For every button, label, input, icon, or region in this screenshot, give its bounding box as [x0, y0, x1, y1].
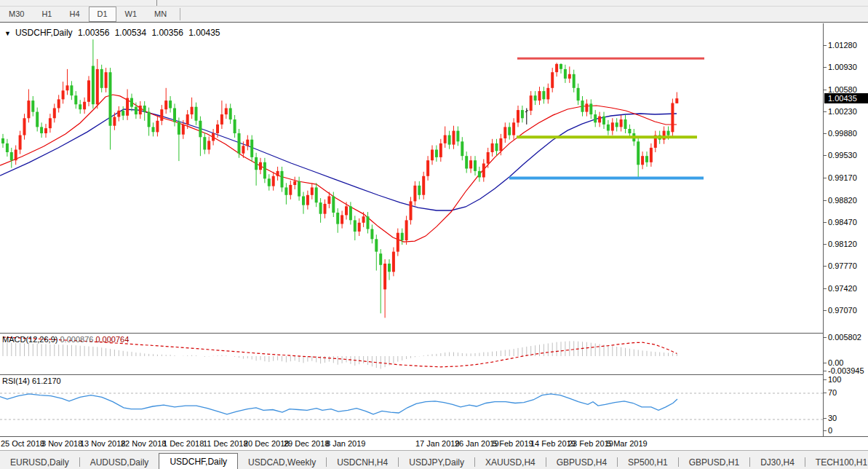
axis-tick — [824, 155, 827, 156]
indicator-axis-label: 100 — [828, 375, 841, 384]
window-top-strip — [0, 0, 868, 7]
trading-terminal: M30H1H4D1W1MN ▼USDCHF,Daily 1.00356 1.00… — [0, 0, 868, 469]
date-axis-label: 1 Dec 2018 — [163, 439, 204, 448]
rsi-value: 61.2170 — [32, 377, 61, 385]
rsi-chart[interactable] — [0, 375, 823, 436]
axis-tick — [824, 133, 827, 134]
axis-tick — [824, 418, 827, 419]
date-axis-label: 8 Jan 2019 — [326, 439, 365, 448]
ohlc-high: 1.00534 — [115, 28, 146, 38]
chart-tab-usdcnh[interactable]: USDCNH,H4 — [327, 455, 398, 469]
timeframe-button-h1[interactable]: H1 — [33, 7, 60, 22]
macd-signal-value: 0.000764 — [95, 335, 129, 344]
ohlc-close: 1.00435 — [188, 28, 220, 38]
ohlc-low: 1.00356 — [151, 28, 183, 38]
axis-tick — [824, 288, 827, 289]
date-axis-label: 20 Dec 2018 — [244, 439, 289, 448]
date-axis-label: 11 Dec 2018 — [203, 439, 248, 448]
date-axis-label: 17 Jan 2019 — [415, 439, 460, 448]
price-axis-label: 0.99170 — [828, 173, 857, 182]
toolbar-divider — [156, 0, 157, 6]
date-axis-label: 5 Mar 2019 — [607, 439, 648, 448]
axis-tick — [824, 337, 827, 338]
price-axis-label: 0.99880 — [828, 129, 857, 138]
chart-tab-dj30[interactable]: DJ30,H4 — [750, 455, 805, 469]
indicator-axis-label: 0 — [828, 426, 832, 435]
axis-tick — [824, 178, 827, 178]
ohlc-open: 1.00356 — [78, 28, 109, 38]
axis-tick — [824, 371, 827, 371]
price-axis-label: 0.98470 — [828, 218, 857, 226]
axis-tick — [824, 90, 827, 90]
date-axis-label: 22 Nov 2018 — [121, 439, 166, 448]
chart-window: ▼USDCHF,Daily 1.00356 1.00534 1.00356 1.… — [0, 22, 868, 451]
axis-tick — [824, 266, 827, 267]
chart-tab-tech100[interactable]: TECH100,H1 — [805, 455, 868, 469]
price-axis-label: 1.00930 — [828, 63, 857, 71]
chart-symbol: USDCHF,Daily — [15, 28, 73, 38]
timeframe-button-mn[interactable]: MN — [146, 7, 175, 22]
indicator-axis-label: 0.005802 — [828, 333, 861, 342]
price-axis-label: 0.98120 — [828, 240, 857, 248]
axis-tick — [824, 393, 827, 393]
axis-tick — [824, 363, 827, 363]
price-axis-label: 0.97420 — [828, 284, 857, 293]
chart-tab-xauusd[interactable]: XAUUSD,H4 — [475, 455, 546, 469]
axis-tick — [824, 67, 827, 68]
chart-tab-usdjpy[interactable]: USDJPY,Daily — [399, 455, 474, 469]
axis-tick — [824, 379, 827, 380]
indicator-axis-label: 30 — [828, 414, 837, 422]
macd-main-value: 0.000876 — [60, 335, 93, 344]
indicator-axis-label: -0.003945 — [828, 366, 864, 375]
macd-label: MACD(12,26,9) 0.000876 0.000764 — [2, 335, 129, 344]
indicator-axis-label: 70 — [828, 388, 837, 397]
price-axis-label: 1.00230 — [828, 107, 857, 116]
axis-tick — [824, 45, 827, 46]
price-axis-label: 0.97770 — [828, 261, 857, 270]
chart-tab-eurusd[interactable]: EURUSD,Daily — [0, 455, 79, 469]
chart-tab-bar: EURUSD,DailyAUDUSD,DailyUSDCHF,DailyUSDC… — [0, 450, 868, 469]
price-axis-label: 1.00580 — [828, 85, 857, 94]
axis-tick — [824, 222, 827, 223]
timeframe-button-m30[interactable]: M30 — [0, 7, 33, 22]
axis-tick — [824, 310, 827, 311]
date-axis-label: 13 Nov 2018 — [80, 439, 125, 448]
chart-tab-gbpusd[interactable]: GBPUSD,H4 — [546, 455, 617, 469]
timeframe-button-w1[interactable]: W1 — [116, 7, 146, 22]
price-axis-label: 0.99530 — [828, 151, 857, 159]
axis-tick — [824, 200, 827, 201]
timeframe-button-d1[interactable]: D1 — [89, 7, 116, 22]
price-axis[interactable]: 1.012801.009301.005801.002300.998800.995… — [823, 23, 868, 436]
candlestick-chart[interactable] — [0, 23, 823, 332]
date-axis[interactable]: 25 Oct 20183 Nov 201813 Nov 201822 Nov 2… — [0, 436, 868, 451]
date-axis-label: 5 Feb 2019 — [493, 439, 533, 448]
chart-title: ▼USDCHF,Daily 1.00356 1.00534 1.00356 1.… — [4, 28, 223, 38]
axis-tick — [824, 430, 827, 431]
rsi-panel[interactable]: RSI(14) 61.2170 — [0, 374, 823, 436]
chart-tab-gbpusd[interactable]: GBPUSD,H1 — [679, 455, 749, 469]
date-axis-label: 29 Dec 2018 — [284, 439, 329, 448]
axis-tick — [824, 111, 827, 112]
toolbar-separator — [180, 8, 180, 20]
axis-tick — [824, 244, 827, 245]
date-axis-label: 3 Nov 2018 — [41, 439, 82, 448]
chart-tab-usdcad[interactable]: USDCAD,Weekly — [238, 455, 326, 469]
macd-panel[interactable]: MACD(12,26,9) 0.000876 0.000764 — [0, 333, 823, 374]
chart-tab-audusd[interactable]: AUDUSD,Daily — [80, 455, 159, 469]
price-axis-label: 0.97070 — [828, 306, 857, 315]
price-axis-label: 0.98820 — [828, 196, 857, 205]
date-axis-label: 25 Oct 2018 — [1, 439, 44, 448]
chart-tab-usdchf[interactable]: USDCHF,Daily — [159, 453, 238, 469]
price-chart-panel[interactable]: ▼USDCHF,Daily 1.00356 1.00534 1.00356 1.… — [0, 23, 823, 332]
rsi-label: RSI(14) 61.2170 — [2, 377, 61, 385]
current-price-tag: 1.00435 — [824, 93, 868, 103]
timeframe-toolbar: M30H1H4D1W1MN — [0, 7, 868, 23]
chart-dropdown-icon[interactable]: ▼ — [4, 30, 11, 37]
chart-tab-sp500[interactable]: SP500,H1 — [618, 455, 678, 469]
timeframe-button-h4[interactable]: H4 — [60, 7, 88, 22]
price-axis-label: 1.01280 — [828, 41, 857, 50]
